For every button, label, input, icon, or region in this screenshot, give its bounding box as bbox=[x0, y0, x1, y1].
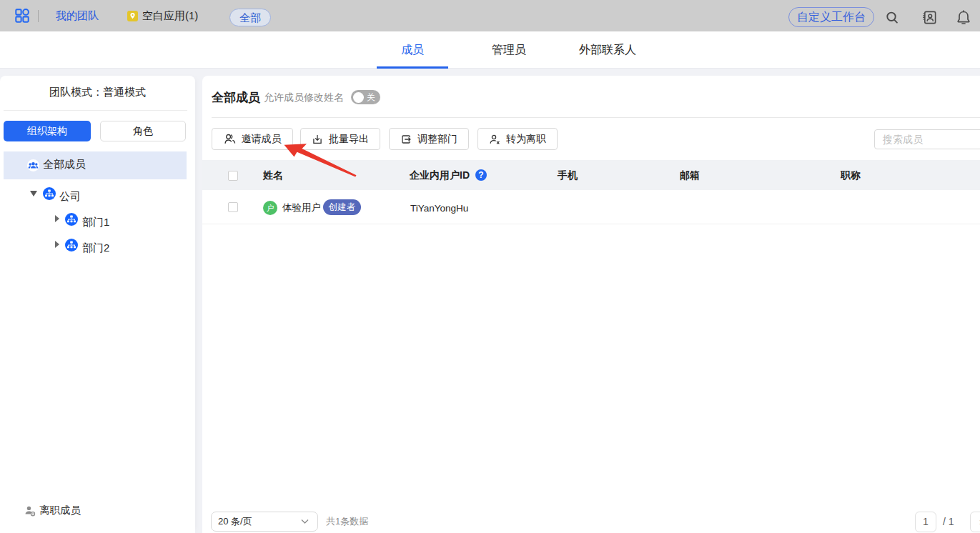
svg-text:?: ? bbox=[478, 170, 483, 180]
